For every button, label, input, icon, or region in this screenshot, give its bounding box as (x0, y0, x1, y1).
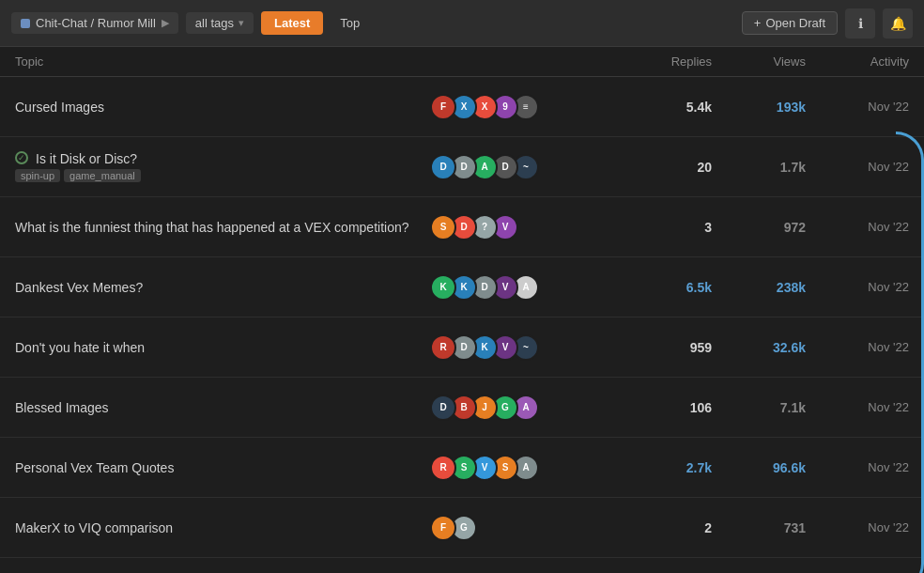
table-row[interactable]: What is the funniest thing that has happ… (0, 197, 924, 257)
views-count: 1.7k (712, 160, 806, 175)
topic-title[interactable]: Dankest Vex Memes? (15, 280, 143, 295)
activity-date: Nov '22 (806, 100, 909, 114)
col-header-activity: Activity (806, 54, 909, 69)
col-header-replies: Replies (618, 54, 712, 69)
topics-table: Topic Replies Views Activity Cursed Imag… (0, 47, 924, 558)
table-row[interactable]: Blessed ImagesDBJGA1067.1kNov '22 (0, 378, 924, 438)
topic-tag[interactable]: spin-up (15, 169, 60, 182)
replies-count: 5.4k (618, 100, 712, 115)
topic-tags: spin-upgame_manual (15, 169, 430, 182)
replies-count: 959 (618, 340, 712, 355)
navigation-header: Chit-Chat / Rumor Mill ▶ all tags ▾ Late… (0, 0, 924, 47)
open-draft-button[interactable]: + Open Draft (742, 11, 838, 35)
avatar[interactable]: K (430, 274, 456, 301)
replies-count: 106 (618, 400, 712, 415)
replies-count: 2.7k (618, 460, 712, 475)
replies-count: 6.5k (618, 280, 712, 295)
info-icon: ℹ (858, 16, 863, 31)
activity-date: Nov '22 (806, 160, 909, 174)
tab-latest[interactable]: Latest (261, 11, 323, 35)
poster-avatars: DBJGA (430, 395, 618, 421)
views-count: 7.1k (712, 400, 806, 415)
table-row[interactable]: Dankest Vex Memes?KKDVA6.5k238kNov '22 (0, 257, 924, 317)
activity-date: Nov '22 (806, 280, 909, 294)
table-row[interactable]: Cursed ImagesFXX9≡5.4k193kNov '22 (0, 77, 924, 137)
poster-avatars: KKDVA (430, 274, 618, 301)
avatar[interactable]: D (430, 395, 456, 421)
poster-avatars: RDKV~ (430, 334, 618, 361)
solved-icon: ✓ (15, 151, 28, 164)
col-header-topic: Topic (15, 54, 430, 69)
bell-icon: 🔔 (890, 16, 906, 31)
activity-date: Nov '22 (806, 400, 909, 414)
tags-chevron-icon: ▾ (239, 17, 244, 29)
views-count: 96.6k (712, 460, 806, 475)
avatar[interactable]: D (430, 154, 456, 180)
header-actions: + Open Draft ℹ 🔔 (742, 8, 913, 39)
views-count: 731 (712, 520, 806, 535)
table-row[interactable]: ✓Is it Disk or Disc?spin-upgame_manualDD… (0, 137, 924, 197)
topic-title[interactable]: Personal Vex Team Quotes (15, 460, 174, 475)
table-row[interactable]: Personal Vex Team QuotesRSVSA2.7k96.6kNo… (0, 438, 924, 498)
replies-count: 2 (618, 520, 712, 535)
notifications-button[interactable]: 🔔 (883, 8, 913, 39)
avatar[interactable]: F (430, 94, 456, 120)
table-body: Cursed ImagesFXX9≡5.4k193kNov '22✓Is it … (0, 77, 924, 558)
col-header-views: Views (712, 54, 806, 69)
topic-title[interactable]: Cursed Images (15, 100, 104, 115)
poster-avatars: FG (430, 515, 618, 541)
col-header-posters (430, 54, 618, 69)
category-breadcrumb[interactable]: Chit-Chat / Rumor Mill ▶ (11, 12, 178, 34)
replies-count: 3 (618, 220, 712, 235)
avatar[interactable]: F (430, 515, 456, 541)
info-button[interactable]: ℹ (845, 8, 875, 39)
activity-date: Nov '22 (806, 340, 909, 354)
category-label: Chit-Chat / Rumor Mill (36, 16, 156, 30)
activity-date: Nov '22 (806, 520, 909, 534)
table-row[interactable]: Don't you hate it whenRDKV~95932.6kNov '… (0, 317, 924, 378)
activity-date: Nov '22 (806, 220, 909, 234)
topic-title[interactable]: MakerX to VIQ comparison (15, 520, 173, 535)
tab-top[interactable]: Top (331, 11, 369, 35)
views-count: 193k (712, 100, 806, 115)
table-header-row: Topic Replies Views Activity (0, 47, 924, 77)
activity-date: Nov '22 (806, 460, 909, 474)
avatar[interactable]: R (430, 455, 456, 481)
table-row[interactable]: MakerX to VIQ comparisonFG2731Nov '22 (0, 498, 924, 558)
poster-avatars: FXX9≡ (430, 94, 618, 120)
poster-avatars: DDAD~ (430, 154, 618, 180)
category-dot (21, 19, 30, 28)
poster-avatars: SD?V (430, 214, 618, 240)
views-count: 238k (712, 280, 806, 295)
tags-label: all tags (195, 16, 234, 30)
views-count: 972 (712, 220, 806, 235)
plus-icon: + (754, 16, 762, 30)
topic-title[interactable]: Blessed Images (15, 400, 109, 415)
avatar[interactable]: S (430, 214, 456, 240)
category-chevron-icon: ▶ (162, 17, 169, 29)
topic-title[interactable]: Is it Disk or Disc? (36, 151, 137, 166)
replies-count: 20 (618, 160, 712, 175)
tags-filter[interactable]: all tags ▾ (186, 12, 254, 34)
topic-title[interactable]: What is the funniest thing that has happ… (15, 220, 409, 235)
views-count: 32.6k (712, 340, 806, 355)
topic-title[interactable]: Don't you hate it when (15, 340, 145, 355)
topic-tag[interactable]: game_manual (64, 169, 141, 182)
avatar[interactable]: R (430, 334, 456, 361)
poster-avatars: RSVSA (430, 455, 618, 481)
